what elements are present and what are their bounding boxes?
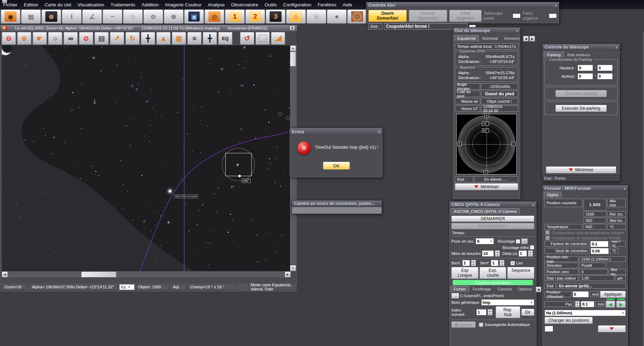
tab-azimutal[interactable]: Azimutal xyxy=(479,36,501,41)
toolbar-button-save-floppy[interactable]: ▦ xyxy=(21,9,41,24)
telescope-control-titlebar[interactable]: Controle du télescope x xyxy=(542,44,620,50)
delai-field[interactable]: 1 xyxy=(519,250,527,257)
map-toolbar-button-goto-slew[interactable]: ↗ xyxy=(110,32,124,45)
exp-longue-button[interactable]: Exp Longue xyxy=(451,267,478,279)
menu-carte-du-ciel[interactable]: Carte du ciel xyxy=(41,1,75,9)
tab-camera[interactable]: Camera xyxy=(495,286,515,292)
tab-geneurs[interactable]: Geneurs xyxy=(501,36,522,41)
map-toolbar-button-rotate-field[interactable]: ↻ xyxy=(125,32,140,45)
map-toolbar-button-refresh[interactable]: ↺ xyxy=(240,32,254,45)
exp-courte-button[interactable]: Exp. courte xyxy=(479,267,507,279)
sequence-button[interactable]: Sequence xyxy=(507,267,534,279)
toolbar-button-curve-tool-a[interactable]: ∠ xyxy=(82,9,102,24)
map-toolbar-button-measure-angle[interactable] xyxy=(271,32,285,45)
nom-generique-select[interactable]: Img-▼ xyxy=(481,299,534,306)
menu-fen-tres[interactable]: Fenêtres xyxy=(314,1,339,9)
facteur-field[interactable]: 0.1 xyxy=(590,241,608,247)
dir-button[interactable]: Dir xyxy=(521,309,534,316)
tab-equatorial[interactable]: Equatorial xyxy=(454,35,479,41)
map-toolbar-button-ephemeris-table[interactable]: ▦ xyxy=(172,32,186,45)
close-icon[interactable]: X xyxy=(378,130,380,134)
minimize-button[interactable]: Minimiser xyxy=(455,183,518,190)
cmos-titlebar[interactable]: CMOS QHY5L-II Camera x xyxy=(449,201,536,208)
menu-aide[interactable]: Aide xyxy=(340,1,355,9)
hauteur-deg-field[interactable]: 0 xyxy=(578,65,593,71)
tab-options[interactable]: Options xyxy=(515,286,535,292)
telescope-state-titlebar[interactable]: Etat du télescope x xyxy=(453,27,520,34)
hauteur-min-field[interactable]: 0 xyxy=(597,65,613,71)
azimut-min-field[interactable]: 0 xyxy=(597,73,613,79)
chevron-left-icon[interactable]: ◀ xyxy=(523,36,529,41)
map-toolbar-button-clean-labels[interactable]: ≡ xyxy=(187,32,201,45)
tab-digital[interactable]: Digital xyxy=(544,192,561,198)
close-icon[interactable]: x xyxy=(616,45,618,49)
binx-stepper[interactable]: ▲▼ xyxy=(471,260,476,266)
menu-addition[interactable]: Addition xyxy=(139,1,162,9)
pas-field[interactable]: 0.1 xyxy=(581,301,594,307)
browse-button[interactable]: ... xyxy=(451,293,459,299)
close-icon[interactable]: x xyxy=(555,3,557,7)
scroll-up-icon[interactable]: ▲ xyxy=(290,45,296,51)
toolbar-button-moon-sphere[interactable]: ● xyxy=(327,9,347,24)
toolbar-button-info[interactable]: i xyxy=(62,9,82,24)
menu-visualisation[interactable]: Visualisation xyxy=(75,1,108,9)
toolbar-button-ellipse-minus[interactable]: ⊖ xyxy=(143,9,163,24)
biny-stepper[interactable]: ▲▼ xyxy=(500,260,504,266)
map-toolbar-button-night-mode[interactable]: ▲ xyxy=(156,32,170,45)
toolbar-button-curve-tool-b[interactable]: ~ xyxy=(103,9,122,24)
rep-nuit-button[interactable]: Rep. Nuit xyxy=(496,306,520,318)
toolbar-button-camera-2[interactable]: 2 xyxy=(245,9,265,24)
map-toolbar-button-pan-hand[interactable]: ☛ xyxy=(33,32,47,45)
toolbar-button-camera-orange[interactable]: ◉ xyxy=(1,9,20,24)
toolbar-button-camera-1[interactable]: 1 xyxy=(225,9,245,24)
map-toolbar-button-no-target[interactable]: ⊘ xyxy=(79,32,93,45)
status-frame-select[interactable]: Eq▼ xyxy=(119,284,135,290)
move-in-button[interactable]: ◀ xyxy=(606,301,615,308)
menu-edition[interactable]: Edition xyxy=(21,1,41,9)
bouclage-checkbox[interactable] xyxy=(516,239,520,244)
map-toolbar-button-select-region[interactable] xyxy=(256,32,270,45)
delai-stepper[interactable]: ▲▼ xyxy=(528,250,533,257)
close-icon[interactable]: x xyxy=(624,186,626,191)
toolbar-button-camera-3[interactable]: 3 xyxy=(266,9,285,24)
h-scroll-thumb[interactable] xyxy=(81,271,116,277)
close-icon[interactable]: x xyxy=(516,28,518,33)
menu-traitements[interactable]: Traitements xyxy=(107,1,139,9)
open-dome-button[interactable]: Ouvrir Dome/Abri xyxy=(368,10,407,22)
sky-map-titlebar[interactable]: Le ciel EQ.2000, Zoom=16, Alpha= 19h42m1… xyxy=(0,25,297,31)
toolbar-button-ellipse-plus[interactable]: ⊕ xyxy=(164,9,183,24)
scroll-right-icon[interactable]: ▶ xyxy=(285,271,291,277)
ok-button[interactable]: OK xyxy=(323,162,350,169)
sauvegarde-auto-checkbox[interactable] xyxy=(479,322,483,327)
focuser-minimize-button[interactable] xyxy=(598,325,626,332)
start-button[interactable]: DEMARRER xyxy=(451,216,534,222)
move-out-button[interactable]: ▶ xyxy=(616,301,626,308)
menu-observatoire[interactable]: Observatoire xyxy=(228,1,261,9)
appliquer-button[interactable]: Appliquer xyxy=(600,291,626,298)
toolbar-button-galaxy-shell[interactable]: ◎ xyxy=(205,9,224,24)
toolbar-button-bulb[interactable]: ☉ xyxy=(307,9,326,24)
toolbar-button-wrench-copper[interactable]: ⚙ xyxy=(347,9,367,24)
close-icon[interactable]: x xyxy=(532,203,534,207)
menu-analyse[interactable]: Analyse xyxy=(205,1,228,9)
map-toolbar-button-center-crosshair[interactable]: ╋ xyxy=(141,32,155,45)
toolbar-button-screen-capture[interactable]: ▣ xyxy=(184,9,204,24)
ctrl-abri-titlebar[interactable]: Contrôle Abri x xyxy=(366,2,559,8)
focuser-titlebar[interactable]: Focuser : MHP.Focuser x xyxy=(542,185,628,192)
chevron-left-icon[interactable]: ◀ xyxy=(536,287,541,292)
map-toolbar-button-zoom-in[interactable]: ⊕ xyxy=(17,32,31,45)
menu-configuration[interactable]: Configuration xyxy=(280,1,314,9)
index-field[interactable]: 1 xyxy=(476,309,487,315)
tab-ascom-cmos[interactable]: ASCOM_CMOS QHY5L-II Camera xyxy=(451,208,520,214)
v-scroll-thumb[interactable] xyxy=(290,52,296,66)
toolbar-button-observatory-dome[interactable]: ⌂ xyxy=(286,9,306,24)
index-stepper[interactable]: ▲▼ xyxy=(488,309,492,315)
execute-deparking-button[interactable]: Exécuter Dé-parking xyxy=(555,105,607,112)
bouclage-infini-checkbox[interactable] xyxy=(530,245,534,250)
sky-map-canvas[interactable]: + 000° BSC7557=ALTAIR 44 × xyxy=(2,45,291,271)
nbre-boucles-stepper[interactable]: ▲▼ xyxy=(495,250,500,257)
horizontal-scrollbar[interactable]: ◀ ▶ xyxy=(2,271,291,277)
position-absolue-field[interactable]: 0 xyxy=(573,291,589,297)
menu-imagerie-couleur[interactable]: Imagerie Couleur xyxy=(162,1,205,9)
map-toolbar-button-celestial-sphere[interactable]: ○ xyxy=(48,32,62,45)
